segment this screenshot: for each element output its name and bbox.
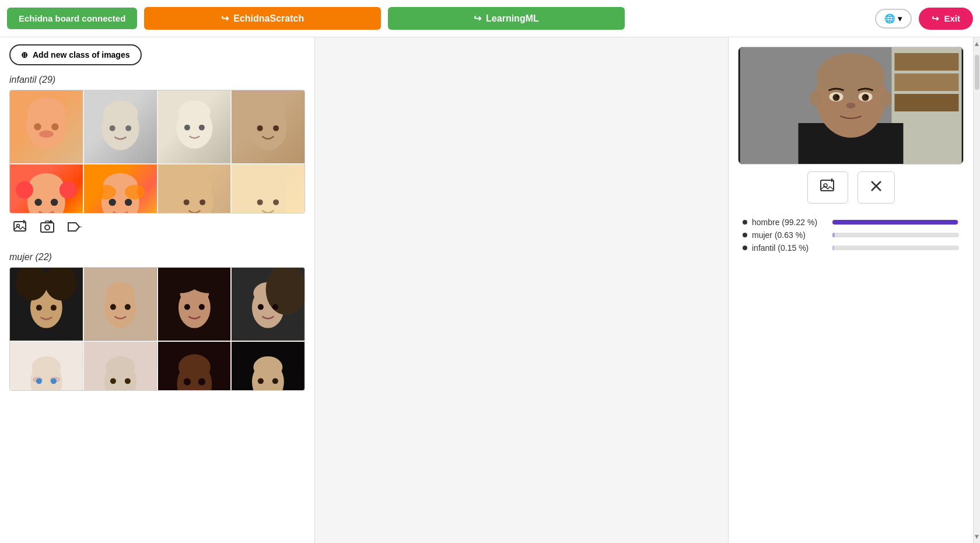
class-section-infantil: infantil (29) (9, 75, 305, 240)
class-section-mujer: mujer (22) (9, 252, 305, 391)
svg-point-106 (862, 94, 869, 101)
svg-point-91 (258, 378, 264, 384)
webcam-actions (738, 171, 964, 204)
take-photo-button-infantil[interactable] (40, 219, 55, 234)
list-item (84, 164, 157, 213)
webcam-container (738, 47, 964, 164)
svg-point-6 (103, 100, 138, 127)
result-item-mujer: mujer (0.63 %) (743, 230, 959, 240)
result-bar-infantil (832, 246, 834, 250)
list-item (84, 90, 157, 163)
chevron-down-icon: ▾ (898, 13, 902, 24)
list-item (84, 342, 157, 390)
svg-rect-95 (895, 53, 959, 71)
result-item-hombre: hombre (99.22 %) (743, 218, 959, 227)
svg-point-85 (178, 354, 210, 380)
list-item (232, 90, 304, 163)
scratch-nav-button[interactable]: ↪ EchidnaScratch (144, 7, 381, 30)
ml-nav-button[interactable]: ↪ LearningML (388, 7, 625, 30)
connected-badge: Echidna board connected (7, 8, 137, 29)
list-item (10, 164, 83, 213)
svg-point-30 (177, 173, 212, 199)
add-class-button[interactable]: ⊕ Add new class of images (9, 44, 142, 65)
infantil-image-grid (10, 90, 304, 213)
svg-point-12 (198, 125, 204, 131)
svg-point-57 (125, 304, 131, 310)
result-bar-hombre (832, 220, 958, 225)
result-item-infantil: infantil (0.15 %) (743, 243, 959, 253)
svg-point-20 (60, 181, 77, 198)
svg-point-22 (51, 198, 58, 205)
svg-point-52 (51, 305, 57, 311)
svg-rect-97 (895, 94, 959, 111)
svg-point-86 (183, 378, 190, 385)
svg-point-18 (29, 173, 64, 199)
mujer-image-grid (10, 268, 304, 390)
topbar: Echidna board connected ↪ EchidnaScratch… (0, 0, 980, 37)
svg-point-14 (251, 99, 286, 125)
result-bullet-mujer (743, 233, 747, 237)
exit-button[interactable]: ↪ Exit (919, 8, 973, 30)
clear-webcam-button[interactable] (858, 171, 895, 204)
svg-point-1 (27, 97, 65, 127)
add-image-button-infantil[interactable] (13, 219, 28, 234)
svg-point-76 (36, 378, 42, 384)
list-item (232, 164, 304, 213)
svg-point-27 (108, 198, 116, 205)
scratch-btn-label: EchidnaScratch (233, 13, 304, 24)
svg-point-10 (178, 100, 210, 124)
svg-point-82 (125, 378, 131, 384)
add-webcam-image-button[interactable] (807, 171, 848, 204)
svg-point-110 (880, 90, 892, 107)
webcam-feed (738, 47, 963, 164)
scroll-down-arrow[interactable]: ▼ (971, 530, 980, 543)
svg-point-4 (39, 131, 54, 138)
right-panel: hombre (99.22 %) mujer (0.63 %) infantil… (728, 37, 973, 543)
list-item (10, 342, 83, 390)
class-title-mujer: mujer (22) (9, 252, 305, 262)
result-bar-container-infantil (832, 246, 959, 250)
svg-point-109 (810, 90, 822, 107)
svg-point-19 (16, 181, 33, 198)
svg-point-21 (34, 198, 41, 205)
svg-point-7 (109, 125, 115, 131)
svg-point-70 (272, 304, 278, 310)
scroll-up-arrow[interactable]: ▲ (971, 37, 980, 50)
result-bar-container-mujer (832, 233, 959, 237)
exit-btn-label: Exit (944, 13, 960, 23)
list-item (84, 268, 157, 341)
language-button[interactable]: 🌐 ▾ (875, 9, 912, 29)
list-item (158, 268, 231, 341)
image-grid-mujer (9, 267, 305, 391)
svg-point-36 (273, 199, 279, 205)
svg-point-32 (200, 199, 205, 205)
class-title-infantil: infantil (29) (9, 75, 305, 85)
svg-point-108 (846, 103, 856, 108)
label-button-infantil[interactable] (66, 219, 82, 234)
list-item (232, 268, 304, 341)
result-bar-container-hombre (832, 220, 959, 225)
result-bullet-hombre (743, 220, 747, 225)
list-item (232, 342, 304, 390)
results-section: hombre (99.22 %) mujer (0.63 %) infantil… (738, 213, 964, 261)
svg-point-87 (198, 378, 205, 385)
svg-point-80 (106, 356, 135, 378)
svg-point-15 (257, 125, 263, 131)
scroll-thumb[interactable] (975, 55, 979, 90)
svg-point-55 (106, 282, 135, 304)
result-label-mujer: mujer (0.63 %) (752, 230, 828, 240)
svg-point-77 (51, 378, 57, 384)
svg-point-2 (34, 123, 41, 130)
globe-icon: 🌐 (884, 13, 895, 24)
list-item (10, 268, 83, 341)
svg-point-73 (32, 356, 61, 378)
svg-point-16 (273, 125, 279, 131)
svg-point-56 (110, 304, 116, 310)
result-label-hombre: hombre (99.22 %) (752, 218, 828, 227)
svg-point-51 (36, 305, 42, 311)
svg-point-42 (45, 225, 50, 230)
svg-point-31 (183, 199, 189, 205)
svg-point-25 (96, 185, 116, 199)
svg-point-3 (51, 123, 58, 130)
list-item (158, 90, 231, 163)
